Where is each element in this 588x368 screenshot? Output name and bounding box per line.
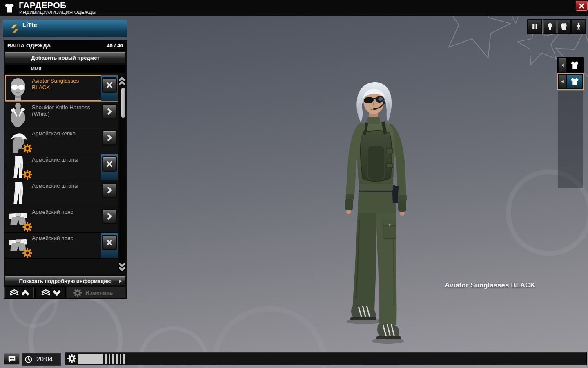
layers-icon [9,289,20,297]
equipment-slot-1[interactable] [558,58,583,73]
shirt-icon [570,76,580,87]
item-label-line1: Армейская кепка [32,130,104,137]
unequip-button[interactable] [102,157,116,171]
scroll-down-icon[interactable] [118,261,126,272]
slot-collapse-button[interactable] [559,75,566,88]
unequip-button[interactable] [102,78,116,92]
wardrobe-panel: ВАША ОДЕЖДА 40 / 40 Добавить новый предм… [4,41,127,298]
item-label-line1: Армейские штаны [32,157,104,163]
equip-button[interactable] [102,105,116,119]
page-title: ГАРДЕРОБ [19,0,67,10]
chat-button[interactable] [4,353,20,365]
arrow-right-icon [106,134,113,141]
equipment-slot-2-selected[interactable] [558,74,583,89]
wardrobe-item-list: Aviator Sunglasses BLACK Shoulder Knife … [5,74,126,274]
item-label-line1: Армейский пояс [32,235,104,242]
wardrobe-item-row[interactable]: Shoulder Knife Harness (White) [5,102,118,128]
x-icon [106,160,113,168]
progress-stripes [101,354,125,364]
edit-button-label: Изменить [85,289,113,296]
character-model [345,82,407,344]
clock-panel: 20:04 [22,353,61,366]
progress-fill [78,354,101,364]
item-icon-sunglasses [6,76,30,101]
item-label-line2: BLACK [32,84,104,91]
show-details-button[interactable]: Показать подробную информацию [5,276,126,285]
item-icon-harness [6,102,30,127]
wardrobe-item-row[interactable]: Армейские штаны [5,154,118,180]
pause-rotation-button[interactable] [528,20,541,33]
clock-time: 20:04 [36,356,53,363]
name-column-header: Имя [5,65,126,73]
player-name: LiTte [22,21,37,28]
chat-bubble-icon [7,355,16,364]
pause-icon [531,22,539,31]
item-label-line2: (White) [32,111,104,117]
arrow-right-icon [106,213,113,220]
details-arrow-icon [119,280,122,283]
list-scrollbar [118,75,126,272]
item-label-line1: Aviator Sunglasses [32,78,104,84]
page-subtitle: ИНДИВИДУАЛИЗАЦИЯ ОДЕЖДЫ [19,10,96,15]
chevron-up-icon [21,289,30,296]
equip-button[interactable] [102,209,116,223]
show-details-label: Показать подробную информацию [19,278,112,284]
unequip-button[interactable] [102,236,116,249]
customize-gear-icon [22,248,33,258]
wardrobe-item-row[interactable]: Армейская кепка [5,128,118,154]
torso-icon [559,22,568,31]
gear-icon [73,288,82,297]
view-torso-button[interactable] [557,20,570,33]
wardrobe-panel-header: ВАША ОДЕЖДА 40 / 40 [4,41,127,51]
wardrobe-item-row[interactable]: Армейский пояс [5,206,118,233]
item-label-line1: Shoulder Knife Harness [32,104,104,111]
full-body-icon [574,22,583,31]
shirt-icon [570,60,580,70]
wardrobe-item-count: 40 / 40 [107,43,123,49]
clock-icon [24,355,33,364]
close-button[interactable] [576,1,588,11]
wardrobe-item-row[interactable]: Армейский пояс [5,233,118,259]
x-icon [106,81,113,89]
item-label-line1: Армейский пояс [32,209,104,215]
close-icon [578,3,585,9]
layer-up-button[interactable] [4,287,34,298]
scroll-up-icon[interactable] [118,76,126,87]
customize-gear-icon [22,222,33,232]
gear-icon [67,354,77,364]
edit-button[interactable]: Изменить [66,287,126,298]
arrow-right-icon [106,186,113,194]
wardrobe-shirt-icon [3,2,16,14]
item-label-line1: Армейские штаны [32,183,104,189]
slot-item-tile[interactable] [567,75,582,88]
triangle-left-icon [561,79,564,84]
selected-item-label: Aviator Sunglasses BLACK [425,281,555,289]
layer-down-button[interactable] [36,287,65,298]
slot-item-tile[interactable] [567,58,582,72]
view-head-button[interactable] [543,20,557,33]
layers-icon [40,289,51,297]
add-item-button[interactable]: Добавить новый предмет [5,52,126,63]
title-bar: ГАРДЕРОБ ИНДИВИДУАЛИЗАЦИЯ ОДЕЖДЫ [0,0,588,16]
scrollbar-track[interactable] [120,88,125,261]
arrow-right-icon [106,108,113,115]
slot-panel-strip [558,91,583,188]
progress-panel [65,352,586,365]
item-icon-pants [6,181,30,206]
view-fullbody-button[interactable] [572,20,585,33]
equip-button[interactable] [102,131,116,145]
wardrobe-item-row[interactable]: Армейские штаны [5,180,118,206]
equip-button[interactable] [102,183,116,197]
triangle-left-icon [561,63,564,67]
customize-gear-icon [22,143,33,154]
chevron-down-icon [52,289,61,296]
customize-gear-icon [22,169,33,180]
slot-collapse-button[interactable] [559,58,566,72]
name-column-label: Имя [31,66,42,72]
head-icon [546,22,555,31]
scrollbar-thumb[interactable] [121,88,125,118]
faction-icon [9,23,20,34]
wardrobe-panel-title: ВАША ОДЕЖДА [7,43,51,49]
wardrobe-item-row[interactable]: Aviator Sunglasses BLACK [5,75,118,101]
character-preview[interactable] [335,77,433,352]
